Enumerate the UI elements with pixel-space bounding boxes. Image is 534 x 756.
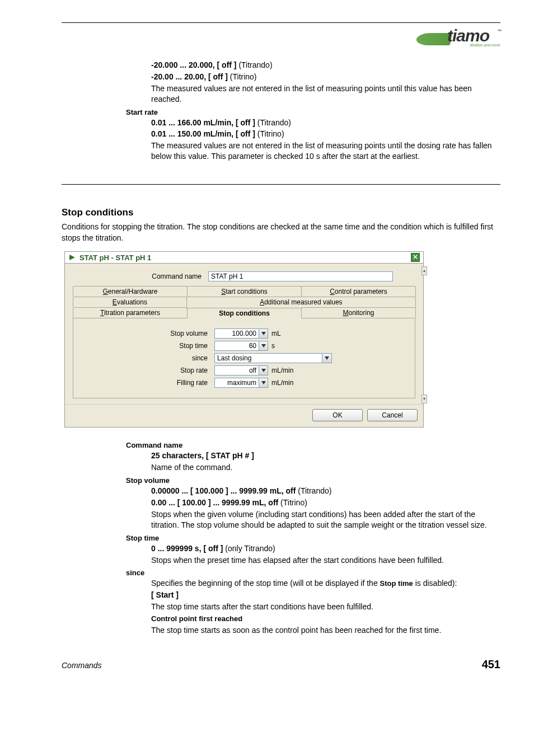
param-stop-volume: Stop volume — [126, 476, 500, 485]
start-rate-r2-bold: 0.01 ... 150.00 mL/min, [ off ] — [151, 129, 255, 138]
stop-volume-t2: (Titrino) — [278, 498, 307, 507]
svg-marker-7 — [325, 356, 329, 360]
section-stop-conditions: Stop conditions — [62, 207, 500, 218]
stop-time-unit: s — [271, 342, 275, 350]
since-opt1-bold: [ Start ] — [151, 590, 179, 599]
stop-time-desc: Stops when the preset time has elapsed a… — [151, 555, 500, 566]
footer-section: Commands — [62, 661, 102, 670]
stop-volume-b2: 0.00 ... [ 100.00 ] ... 9999.99 mL, off — [151, 498, 278, 507]
scroll-up-icon[interactable] — [421, 266, 427, 275]
svg-marker-0 — [69, 255, 75, 260]
svg-marker-6 — [261, 344, 266, 348]
svg-marker-9 — [261, 381, 266, 384]
tab-stop-conditions[interactable]: Stop conditions — [187, 308, 302, 318]
stop-volume-input[interactable] — [214, 328, 259, 339]
footer-page-number: 451 — [482, 658, 500, 671]
stop-volume-unit: mL — [271, 330, 281, 337]
command-name-input[interactable] — [208, 271, 393, 281]
tab-general-hardware[interactable]: General/Hardware — [73, 286, 188, 297]
since-desc-post: is disabled): — [413, 579, 457, 588]
since-opt2-desc: The stop time starts as soon as the cont… — [151, 625, 500, 636]
filling-rate-input[interactable] — [214, 378, 259, 388]
stop-time-input[interactable] — [214, 341, 259, 351]
cancel-button[interactable]: Cancel — [367, 409, 418, 421]
command-name-desc: Name of the command. — [151, 462, 500, 473]
range-titrino-tail: (Titrino) — [228, 72, 257, 81]
stop-volume-t1: (Titrando) — [296, 486, 331, 495]
range-titrando-bold: -20.000 ... 20.000, [ off ] — [151, 60, 237, 69]
stop-conditions-intro: Conditions for stopping the titration. T… — [62, 222, 500, 243]
since-select[interactable]: Last dosing — [214, 353, 332, 363]
brand-logo: tiamo ™ titration and more — [416, 26, 500, 49]
tab-titration-parameters[interactable]: Titration parameters — [73, 307, 188, 318]
command-name-label: Command name — [73, 273, 208, 280]
svg-marker-4 — [423, 398, 425, 400]
chevron-down-icon[interactable] — [259, 378, 268, 388]
stop-rate-input[interactable] — [214, 365, 259, 375]
intro-desc: The measured values are not entered in t… — [151, 83, 500, 105]
tab-monitoring[interactable]: Monitoring — [301, 307, 416, 318]
since-label: since — [79, 354, 214, 362]
range-titrino-bold: -20.00 ... 20.00, [ off ] — [151, 72, 228, 81]
tab-evaluations[interactable]: Evaluations — [73, 297, 187, 307]
since-opt2-bold: Control point first reached — [151, 614, 242, 623]
param-start-rate: Start rate — [126, 108, 500, 116]
dialog-stat-ph: STAT pH - STAT pH 1 Command name Gener — [64, 251, 424, 428]
start-rate-r1-tail: (Titrando) — [255, 118, 291, 127]
start-rate-desc: The measured values are not entered in t… — [151, 140, 500, 162]
ok-button[interactable]: OK — [312, 409, 363, 421]
stop-volume-desc: Stops when the given volume (including s… — [151, 509, 500, 530]
chevron-down-icon[interactable] — [259, 341, 268, 351]
since-select-value: Last dosing — [217, 354, 251, 362]
param-stop-time: Stop time — [126, 534, 500, 542]
tab-control-parameters[interactable]: Control parameters — [301, 286, 416, 297]
svg-marker-8 — [261, 369, 266, 372]
chevron-down-icon[interactable] — [322, 354, 331, 363]
dialog-titlebar: STAT pH - STAT pH 1 — [65, 252, 423, 264]
dialog-title-icon — [68, 253, 76, 261]
filling-rate-label: Filling rate — [79, 379, 214, 387]
dialog-title-text: STAT pH - STAT pH 1 — [79, 253, 151, 262]
filling-rate-unit: mL/min — [271, 379, 293, 387]
start-rate-r2-tail: (Titrino) — [255, 129, 284, 138]
param-command-name: Command name — [126, 441, 500, 449]
logo-text: tiamo — [447, 26, 489, 45]
stop-time-b1: 0 ... 999999 s, [ off ] — [151, 544, 223, 553]
tab-panel-stop-conditions: Stop volume mL Stop time — [73, 318, 415, 398]
command-name-bold: 25 characters, [ STAT pH # ] — [151, 451, 254, 460]
param-since: since — [126, 569, 500, 577]
logo-subtitle: titration and more — [470, 43, 500, 47]
stop-rate-unit: mL/min — [271, 367, 293, 374]
tab-additional-measured-values[interactable]: Additional measured values — [186, 297, 416, 307]
stop-rate-label: Stop rate — [79, 367, 214, 374]
stop-time-label: Stop time — [79, 342, 214, 350]
chevron-down-icon[interactable] — [259, 328, 268, 339]
tab-start-conditions[interactable]: Start conditions — [187, 286, 302, 297]
svg-marker-5 — [261, 332, 266, 335]
stop-time-t1: (only Titrando) — [223, 544, 275, 553]
chevron-down-icon[interactable] — [259, 365, 268, 375]
stop-volume-label: Stop volume — [79, 330, 214, 337]
since-opt1-desc: The stop time starts after the start con… — [151, 602, 500, 612]
range-titrando-tail: (Titrando) — [237, 60, 273, 69]
stop-volume-b1: 0.00000 ... [ 100.000 ] ... 9999.99 mL, … — [151, 486, 296, 495]
since-desc-bold: Stop time — [380, 579, 413, 588]
scroll-down-icon[interactable] — [421, 395, 427, 403]
since-desc-pre: Specifies the beginning of the stop time… — [151, 579, 380, 588]
start-rate-r1-bold: 0.01 ... 166.00 mL/min, [ off ] — [151, 118, 255, 127]
svg-marker-3 — [423, 270, 425, 272]
logo-tm: ™ — [497, 29, 502, 34]
dialog-close-icon[interactable] — [411, 253, 420, 262]
